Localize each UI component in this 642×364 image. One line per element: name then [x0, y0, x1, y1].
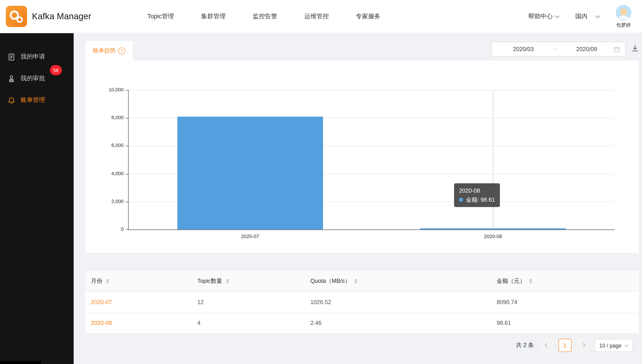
prev-page-button[interactable] — [540, 339, 553, 352]
topic-count-cell: 12 — [192, 299, 305, 305]
app-window: Kafka Manager Topic管理 集群管理 监控告警 运维管控 专家服… — [0, 0, 642, 364]
y-axis-tick — [126, 146, 129, 146]
sidebar-footer — [0, 361, 41, 364]
avatar[interactable] — [616, 5, 631, 20]
column-header-amount[interactable]: 金额（元） — [491, 278, 638, 285]
username: 包梦婷 — [616, 22, 631, 29]
tab-bill-trend[interactable]: 账单趋势 ? — [85, 41, 133, 60]
app-logo-icon — [6, 6, 27, 27]
amount-cell: 8090.74 — [491, 299, 638, 305]
question-circle-icon[interactable]: ? — [118, 47, 125, 54]
stamp-icon — [8, 74, 16, 82]
user-block: 包梦婷 — [616, 4, 631, 29]
chevron-left-icon — [544, 343, 549, 348]
table-row: 2020-08 4 2.46 98.61 — [85, 313, 638, 334]
chart-bar[interactable] — [420, 228, 566, 230]
nav-monitor-alert[interactable]: 监控告警 — [253, 12, 277, 20]
gridline — [129, 90, 614, 90]
sidebar-item-billing-management[interactable]: 账单管理 — [0, 89, 74, 111]
date-range-picker[interactable]: 2020/03 ~ 2020/09 — [491, 42, 626, 56]
y-axis-tick — [126, 90, 129, 90]
chart-bar[interactable] — [177, 117, 323, 230]
quota-cell: 1026.52 — [305, 299, 491, 305]
date-separator: ~ — [550, 46, 560, 52]
sidebar: 我的申请 我的审批 58 账单管理 — [0, 33, 74, 364]
nav-ops-control[interactable]: 运维管控 — [304, 12, 329, 20]
chevron-down-icon — [595, 14, 600, 18]
y-axis-tick — [126, 202, 129, 202]
page-size-value: 10 / page — [599, 342, 621, 348]
nav-cluster-management[interactable]: 集群管理 — [201, 12, 226, 20]
x-axis-label: 2020-07 — [241, 234, 259, 239]
top-nav: Topic管理 集群管理 监控告警 运维管控 专家服务 — [148, 0, 380, 33]
x-axis-label: 2020-08 — [484, 234, 502, 239]
date-start: 2020/03 — [496, 46, 550, 52]
chevron-down-icon — [555, 14, 559, 18]
y-axis-label: 0 — [121, 226, 124, 232]
column-header-topic-count[interactable]: Topic数量 — [192, 278, 305, 285]
help-center-label: 帮助中心 — [528, 12, 553, 20]
chart-tooltip: 2020-08 金额: 98.61 — [454, 183, 500, 207]
nav-expert-service[interactable]: 专家服务 — [356, 12, 380, 20]
sidebar-item-label: 我的审批 — [20, 74, 45, 82]
month-link[interactable]: 2020-07 — [91, 299, 112, 305]
tooltip-series-dot — [459, 198, 463, 202]
calendar-icon — [613, 46, 620, 53]
column-header-quota[interactable]: Quota（MB/s） — [305, 278, 491, 285]
sidebar-item-my-approvals[interactable]: 我的审批 58 — [0, 68, 74, 89]
region-select[interactable]: 国内 — [575, 12, 599, 20]
top-header: Kafka Manager Topic管理 集群管理 监控告警 运维管控 专家服… — [0, 0, 642, 33]
chart-card: 10,000 8,000 6,000 4,000 2,000 0 2020-07… — [85, 60, 638, 253]
y-axis-label: 10,000 — [109, 87, 124, 92]
bell-icon — [8, 96, 16, 104]
bar-chart: 10,000 8,000 6,000 4,000 2,000 0 2020-07… — [128, 90, 614, 230]
y-axis-label: 8,000 — [111, 115, 124, 120]
total-count: 共 2 条 — [516, 342, 534, 349]
chevron-down-icon — [624, 343, 629, 347]
chevron-right-icon — [581, 343, 585, 348]
date-end: 2020/09 — [560, 46, 613, 52]
tab-bill-trend-label: 账单趋势 — [93, 47, 116, 54]
page-1-button[interactable]: 1 — [558, 339, 571, 352]
y-axis-label: 6,000 — [111, 142, 124, 148]
y-axis-tick — [126, 118, 129, 118]
y-axis-tick — [126, 174, 129, 174]
help-center-menu[interactable]: 帮助中心 — [528, 12, 559, 20]
table-header-row: 月份 Topic数量 Quota（MB/s） 金额（元） — [85, 271, 638, 292]
tooltip-axis-pointer — [493, 90, 493, 230]
y-axis-label: 2,000 — [111, 198, 124, 204]
region-label: 国内 — [575, 12, 587, 20]
sort-icon[interactable] — [106, 279, 109, 284]
download-icon[interactable] — [630, 44, 639, 53]
tooltip-title: 2020-08 — [459, 186, 495, 195]
header-right: 帮助中心 国内 包梦婷 — [528, 0, 631, 33]
y-axis-tick — [126, 229, 129, 230]
next-page-button[interactable] — [576, 339, 589, 352]
app-title: Kafka Manager — [32, 0, 91, 33]
clipboard-icon — [8, 53, 16, 61]
quota-cell: 2.46 — [305, 320, 491, 326]
sort-icon[interactable] — [226, 279, 229, 284]
main-content: 账单趋势 ? 2020/03 ~ 2020/09 — [74, 33, 642, 364]
billing-table: 月份 Topic数量 Quota（MB/s） 金额（元） — [85, 271, 638, 334]
approvals-count-badge: 58 — [50, 65, 62, 75]
pagination: 共 2 条 1 10 / page — [516, 339, 633, 352]
topic-count-cell: 4 — [192, 320, 305, 326]
page-size-select[interactable]: 10 / page — [594, 339, 633, 352]
y-axis-label: 4,000 — [111, 171, 124, 176]
sidebar-item-my-applications[interactable]: 我的申请 — [0, 46, 74, 68]
table-row: 2020-07 12 1026.52 8090.74 — [85, 292, 638, 312]
sidebar-item-label: 账单管理 — [20, 96, 45, 104]
sidebar-item-label: 我的申请 — [20, 53, 45, 60]
sort-icon[interactable] — [529, 279, 532, 284]
tooltip-series-text: 金额: 98.61 — [466, 195, 495, 204]
nav-topic-management[interactable]: Topic管理 — [148, 12, 174, 20]
sort-icon[interactable] — [354, 279, 357, 284]
month-link[interactable]: 2020-08 — [91, 320, 112, 326]
column-header-month[interactable]: 月份 — [85, 278, 192, 285]
amount-cell: 98.61 — [491, 320, 638, 326]
